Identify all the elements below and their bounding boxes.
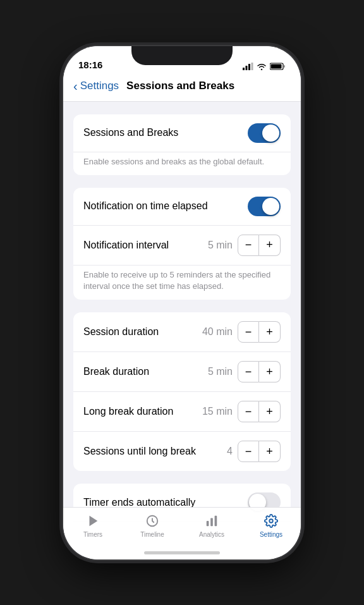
svg-rect-2	[248, 64, 250, 70]
sessions-breaks-toggle[interactable]	[248, 123, 281, 143]
tab-analytics-label: Analytics	[199, 531, 224, 538]
row-sessions-until-long-break: Sessions until long break 4 − +	[73, 432, 291, 471]
phone-screen: 18:16	[63, 46, 301, 559]
break-duration-label: Break duration	[83, 366, 208, 377]
page-title: Sessions and Breaks	[126, 80, 234, 92]
tab-timers-label: Timers	[83, 531, 102, 538]
gear-icon	[263, 513, 279, 529]
row-notification-interval: Notification interval 5 min − +	[73, 226, 291, 266]
row-session-duration: Session duration 40 min − +	[73, 312, 291, 352]
section-durations: Session duration 40 min − + Break durati…	[73, 312, 291, 471]
tab-timeline-label: Timeline	[140, 531, 164, 538]
section-sessions-breaks: Sessions and Breaks Enable sessions and …	[73, 114, 291, 175]
tab-settings[interactable]: Settings	[241, 513, 301, 538]
back-button[interactable]: ‹ Settings	[73, 79, 119, 94]
notification-interval-increment[interactable]: +	[259, 235, 281, 256]
svg-rect-3	[252, 63, 253, 70]
svg-rect-5	[284, 65, 285, 68]
section2-footer: Enable to receive up to 5 reminders at t…	[73, 266, 291, 300]
chart-icon	[203, 513, 220, 529]
svg-rect-10	[210, 518, 213, 526]
notification-elapsed-label: Notification on time elapsed	[83, 200, 248, 212]
toggle-thumb-2	[262, 198, 279, 215]
session-duration-decrement[interactable]: −	[238, 321, 259, 343]
long-break-duration-increment[interactable]: +	[259, 401, 281, 422]
notification-interval-decrement[interactable]: −	[238, 235, 259, 256]
notification-elapsed-toggle[interactable]	[248, 197, 281, 216]
svg-rect-11	[215, 515, 217, 526]
section1-footer: Enable sessions and breaks as the global…	[73, 152, 291, 175]
section-notification: Notification on time elapsed Notificatio…	[73, 188, 291, 300]
break-duration-value: 5 min	[208, 366, 233, 377]
svg-rect-6	[271, 64, 282, 68]
sessions-breaks-label: Sessions and Breaks	[83, 127, 248, 138]
tab-analytics[interactable]: Analytics	[182, 513, 241, 538]
long-break-duration-decrement[interactable]: −	[238, 401, 259, 422]
sessions-until-long-break-increment[interactable]: +	[259, 441, 281, 462]
break-duration-decrement[interactable]: −	[238, 361, 259, 382]
session-duration-value: 40 min	[202, 326, 233, 338]
back-label: Settings	[80, 80, 119, 92]
phone-frame: 18:16	[63, 46, 301, 559]
back-chevron-icon: ‹	[73, 79, 78, 94]
notification-interval-stepper: − +	[238, 235, 281, 256]
tab-timeline[interactable]: Timeline	[123, 513, 182, 538]
wifi-icon	[257, 63, 267, 70]
notification-interval-label: Notification interval	[83, 240, 208, 251]
nav-header: ‹ Settings Sessions and Breaks	[63, 74, 301, 102]
signal-icon	[243, 63, 253, 70]
sessions-until-long-break-decrement[interactable]: −	[238, 441, 259, 462]
scroll-content: Sessions and Breaks Enable sessions and …	[63, 102, 301, 523]
svg-rect-9	[207, 521, 209, 526]
long-break-duration-label: Long break duration	[83, 406, 202, 417]
svg-rect-0	[243, 68, 245, 70]
row-notification-elapsed: Notification on time elapsed	[73, 188, 291, 226]
row-long-break-duration: Long break duration 15 min − +	[73, 392, 291, 432]
toggle-thumb	[262, 125, 279, 142]
status-time: 18:16	[78, 59, 102, 70]
sessions-until-long-break-stepper: − +	[238, 441, 281, 462]
sessions-until-long-break-label: Sessions until long break	[83, 446, 227, 457]
clock-icon	[144, 513, 161, 529]
status-icons	[243, 63, 286, 70]
session-duration-stepper: − +	[238, 321, 281, 343]
break-duration-stepper: − +	[238, 361, 281, 382]
tab-settings-label: Settings	[260, 531, 282, 538]
row-break-duration: Break duration 5 min − +	[73, 352, 291, 392]
svg-marker-7	[90, 515, 98, 526]
notch	[131, 46, 233, 65]
home-indicator	[144, 551, 220, 554]
svg-rect-1	[246, 66, 248, 70]
long-break-duration-stepper: − +	[238, 401, 281, 422]
notification-interval-value: 5 min	[208, 240, 233, 251]
play-icon	[85, 513, 101, 529]
session-duration-increment[interactable]: +	[259, 321, 281, 343]
long-break-duration-value: 15 min	[202, 406, 233, 417]
tab-timers[interactable]: Timers	[63, 513, 123, 538]
break-duration-increment[interactable]: +	[259, 361, 281, 382]
sessions-until-long-break-value: 4	[227, 446, 233, 457]
row-sessions-breaks: Sessions and Breaks	[73, 114, 291, 152]
battery-icon	[270, 63, 286, 70]
session-duration-label: Session duration	[83, 326, 202, 338]
svg-point-12	[269, 519, 273, 523]
